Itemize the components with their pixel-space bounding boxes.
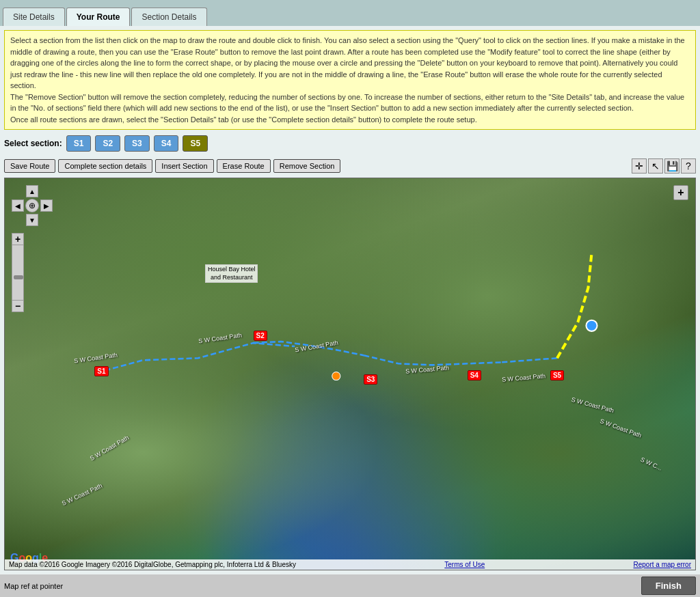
map-bottom-bar: Map data ©2016 Google Imagery ©2016 Digi… <box>5 559 695 570</box>
map-tool-save[interactable]: 💾 <box>664 158 679 173</box>
zoom-slider-thumb <box>14 275 23 279</box>
nav-center-button[interactable]: ⊕ <box>25 199 39 212</box>
section-btn-s1[interactable]: S1 <box>66 135 92 152</box>
finish-button[interactable]: Finish <box>641 577 696 595</box>
nav-right-button[interactable]: ▶ <box>40 199 53 212</box>
zoom-in-button[interactable]: + <box>12 233 24 245</box>
marker-s2[interactable]: S2 <box>254 331 267 341</box>
nav-left-button[interactable]: ◀ <box>12 199 24 212</box>
content-area: Select a section from the list then clic… <box>0 26 700 574</box>
main-container: Site Details Your Route Section Details … <box>0 0 700 597</box>
tab-bar: Site Details Your Route Section Details <box>0 0 700 26</box>
map-tools-row: ✛ ↖ 💾 ? <box>632 157 696 175</box>
remove-section-button[interactable]: Remove Section <box>273 159 341 173</box>
marker-s5[interactable]: S5 <box>550 370 564 380</box>
terms-link[interactable]: Terms of Use <box>444 561 485 568</box>
tab-site-details[interactable]: Site Details <box>3 8 65 26</box>
nav-down-button[interactable]: ▼ <box>26 214 38 226</box>
section-selector-row: Select section: S1 S2 S3 S4 S5 <box>4 133 696 154</box>
tab-section-details[interactable]: Section Details <box>131 8 206 26</box>
info-para-2: The "Remove Section" button will remove … <box>10 92 690 114</box>
section-selector-label: Select section: <box>4 139 62 148</box>
marker-s4[interactable]: S4 <box>468 370 481 380</box>
save-route-button[interactable]: Save Route <box>4 159 55 173</box>
section-btn-s5[interactable]: S5 <box>183 135 208 152</box>
map-tool-crosshair[interactable]: ✛ <box>632 158 647 173</box>
action-buttons-row: Save Route Complete section details Inse… <box>4 157 696 175</box>
info-para-3: Once all route sections are drawn, selec… <box>10 114 690 126</box>
section-btn-s4[interactable]: S4 <box>154 135 179 152</box>
insert-section-button[interactable]: Insert Section <box>155 159 213 173</box>
zoom-slider[interactable] <box>12 245 24 300</box>
zoom-out-button[interactable]: − <box>12 300 24 312</box>
hotel-label: Housel Bay Hoteland Restaurant <box>205 264 258 283</box>
marker-s1[interactable]: S1 <box>94 366 108 376</box>
map-tool-help[interactable]: ? <box>681 158 696 173</box>
nav-up-button[interactable]: ▲ <box>26 185 38 197</box>
nav-cross: ▲ ◀ ⊕ ▶ ▼ <box>12 185 53 226</box>
map-tool-select[interactable]: ↖ <box>648 158 663 173</box>
marker-s3[interactable]: S3 <box>364 374 377 385</box>
map-ref-label: Map ref at pointer <box>4 582 63 590</box>
map-navigation: ▲ ◀ ⊕ ▶ ▼ <box>12 185 53 226</box>
erase-route-button[interactable]: Erase Route <box>217 159 271 173</box>
map-add-button[interactable]: + <box>673 185 688 200</box>
map-container[interactable]: Housel Bay Hoteland Restaurant S W Coast… <box>4 178 696 570</box>
map-credit: Map data ©2016 Google Imagery ©2016 Digi… <box>9 561 296 568</box>
section-btn-s2[interactable]: S2 <box>95 135 120 152</box>
section-btn-s3[interactable]: S3 <box>124 135 150 152</box>
bottom-bar: Map ref at pointer Finish <box>0 574 700 597</box>
zoom-controls: + − <box>12 233 24 312</box>
info-box: Select a section from the list then clic… <box>4 30 696 130</box>
report-link[interactable]: Report a map error <box>634 561 691 568</box>
tab-your-route[interactable]: Your Route <box>66 8 131 26</box>
complete-section-button[interactable]: Complete section details <box>58 159 152 173</box>
info-para-1: Select a section from the list then clic… <box>10 35 690 92</box>
